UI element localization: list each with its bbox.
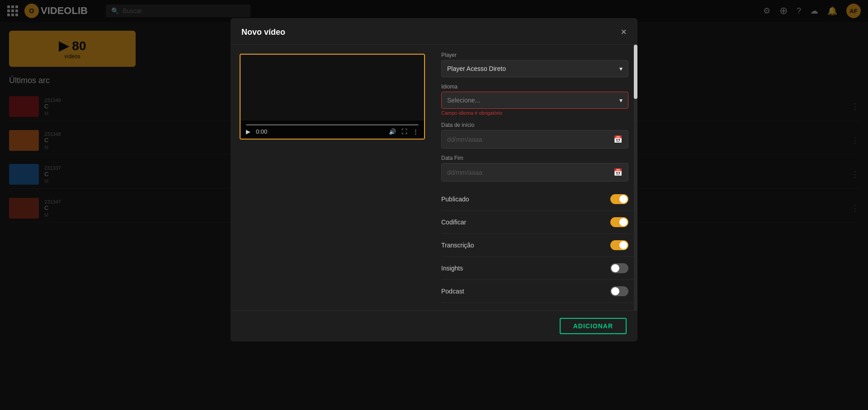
modal-title: Novo vídeo <box>241 28 285 37</box>
player-progress-bar[interactable] <box>246 124 419 126</box>
idioma-select[interactable]: Selecione... ▾ <box>441 92 628 109</box>
toggle-row-insights: Insights <box>441 257 637 280</box>
data-inicio-label: Data de início <box>441 122 628 128</box>
podcast-toggle[interactable] <box>610 286 628 296</box>
scrollbar-track[interactable] <box>634 45 637 310</box>
insights-toggle[interactable] <box>610 263 628 273</box>
insights-toggle-label: Insights <box>441 265 463 272</box>
adicionar-button[interactable]: ADICIONAR <box>560 318 627 334</box>
player-label: Player <box>441 52 628 58</box>
toggles-container: PublicadoCodificarTranscriçãoInsightsPod… <box>441 188 637 303</box>
scrollbar-thumb[interactable] <box>634 45 637 99</box>
data-fim-label: Data Fim <box>441 155 628 161</box>
toggle-row-podcast: Podcast <box>441 280 637 303</box>
fullscreen-icon[interactable]: ⛶ <box>401 128 407 135</box>
novo-video-modal: Novo vídeo × ▶ 0:00 🔊 ⛶ <box>231 18 637 341</box>
toggle-row-codificar: Codificar <box>441 211 637 234</box>
player-select[interactable]: Player Acesso Direto ▾ <box>441 60 628 77</box>
idioma-select-placeholder: Selecione... <box>447 97 480 104</box>
toggle-row-transcricao: Transcrição <box>441 234 637 257</box>
more-player-icon[interactable]: ⋮ <box>413 128 419 135</box>
modal-overlay: Novo vídeo × ▶ 0:00 🔊 ⛶ <box>0 0 868 410</box>
modal-left-panel: ▶ 0:00 🔊 ⛶ ⋮ <box>231 45 434 310</box>
calendar-icon-fim: 📅 <box>613 168 623 177</box>
modal-header: Novo vídeo × <box>231 18 637 45</box>
player-time: 0:00 <box>256 128 267 135</box>
modal-body: ▶ 0:00 🔊 ⛶ ⋮ <box>231 45 637 310</box>
publicado-toggle-label: Publicado <box>441 196 469 203</box>
player-select-value: Player Acesso Direto <box>447 65 506 72</box>
modal-right-panel: Player Player Acesso Direto ▾ Idioma Sel… <box>434 45 637 310</box>
toggle-row-publicado: Publicado <box>441 188 637 211</box>
podcast-toggle-knob <box>611 287 619 295</box>
insights-toggle-knob <box>611 264 619 272</box>
publicado-toggle-knob <box>619 195 627 203</box>
idioma-error-message: Campo idioma é obrigatório <box>441 110 628 116</box>
publicado-toggle[interactable] <box>610 194 628 204</box>
data-fim-field-group: Data Fim dd/mm/aaaa 📅 <box>441 155 637 182</box>
podcast-toggle-label: Podcast <box>441 288 464 295</box>
transcricao-toggle-knob <box>619 241 627 249</box>
transcricao-toggle[interactable] <box>610 240 628 250</box>
codificar-toggle-label: Codificar <box>441 219 466 226</box>
transcricao-toggle-label: Transcrição <box>441 242 474 249</box>
codificar-toggle[interactable] <box>610 217 628 227</box>
calendar-icon: 📅 <box>613 135 623 144</box>
idioma-field-group: Idioma Selecione... ▾ Campo idioma é obr… <box>441 84 637 116</box>
data-inicio-field-group: Data de início dd/mm/aaaa 📅 <box>441 122 637 149</box>
idioma-label: Idioma <box>441 84 628 90</box>
play-icon[interactable]: ▶ <box>246 128 250 135</box>
chevron-down-icon: ▾ <box>619 97 623 104</box>
player-controls: ▶ 0:00 🔊 ⛶ ⋮ <box>241 121 424 139</box>
player-buttons: ▶ 0:00 🔊 ⛶ ⋮ <box>246 128 419 135</box>
codificar-toggle-knob <box>619 218 627 226</box>
data-inicio-input[interactable]: dd/mm/aaaa 📅 <box>441 130 628 149</box>
data-fim-input[interactable]: dd/mm/aaaa 📅 <box>441 163 628 182</box>
volume-icon[interactable]: 🔊 <box>389 128 396 135</box>
modal-close-button[interactable]: × <box>621 27 627 37</box>
player-field-group: Player Player Acesso Direto ▾ <box>441 52 637 77</box>
video-player: ▶ 0:00 🔊 ⛶ ⋮ <box>240 54 425 140</box>
modal-footer: ADICIONAR <box>231 310 637 341</box>
chevron-down-icon: ▾ <box>619 65 623 72</box>
